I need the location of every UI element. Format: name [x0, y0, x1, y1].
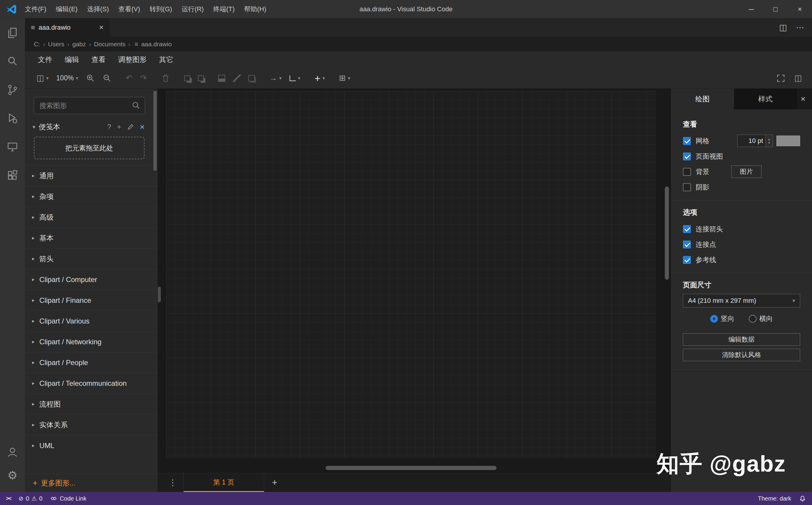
extensions-icon[interactable] — [6, 169, 19, 182]
canvas-page[interactable] — [166, 91, 656, 458]
guides-checkbox[interactable] — [683, 256, 691, 264]
tab-style[interactable]: 样式 — [734, 89, 797, 110]
landscape-radio[interactable] — [749, 315, 757, 323]
search-icon[interactable] — [6, 55, 19, 68]
drawio-menu-view[interactable]: 查看 — [91, 55, 106, 64]
theme-indicator[interactable]: Theme: dark — [758, 492, 791, 505]
source-control-icon[interactable] — [6, 83, 19, 97]
tab-close-icon[interactable]: × — [99, 23, 104, 32]
run-debug-icon[interactable] — [6, 112, 19, 125]
scratchpad-edit-icon[interactable] — [127, 123, 134, 131]
maximize-button[interactable]: □ — [763, 0, 788, 18]
grid-size-stepper[interactable]: ▴ ▾ — [766, 135, 773, 147]
paper-size-select[interactable]: A4 (210 mm x 297 mm) ▾ — [683, 294, 800, 308]
zoom-dropdown[interactable]: 100% ▾ — [52, 68, 82, 89]
breadcrumb-item-users[interactable]: Users — [48, 41, 65, 48]
menu-selection[interactable]: 选择(S) — [82, 0, 113, 18]
canvas-horizontal-scrollbar[interactable] — [326, 466, 496, 470]
redo-button[interactable]: ↷ — [136, 68, 151, 89]
breadcrumb-item-gabz[interactable]: gabz — [73, 41, 86, 48]
panel-collapse-handle[interactable] — [158, 287, 161, 302]
category-clipart-computer[interactable]: ▸Clipart / Computer — [25, 269, 157, 290]
category-arrows[interactable]: ▸箭头 — [25, 248, 157, 269]
to-front-button[interactable] — [181, 68, 194, 89]
menu-help[interactable]: 帮助(H) — [239, 0, 271, 18]
menu-run[interactable]: 运行(R) — [177, 0, 209, 18]
remote-explorer-icon[interactable] — [6, 140, 19, 153]
scratchpad-add-icon[interactable]: + — [117, 123, 121, 131]
portrait-radio[interactable] — [710, 315, 718, 323]
more-shapes-button[interactable]: + 更多图形... — [25, 474, 157, 492]
clear-default-style-button[interactable]: 清除默认风格 — [683, 349, 800, 361]
explorer-icon[interactable] — [6, 26, 19, 39]
code-link-item[interactable]: Code Link — [50, 492, 86, 505]
shapes-panel-scrollbar[interactable] — [153, 91, 157, 171]
close-button[interactable]: × — [788, 0, 812, 18]
breadcrumb-item-documents[interactable]: Documents — [94, 41, 125, 48]
split-editor-icon[interactable]: ◫ — [779, 22, 787, 32]
category-clipart-networking[interactable]: ▸Clipart / Networking — [25, 331, 157, 352]
problems-indicator[interactable]: ⊘ 0 ⚠ 0 — [18, 492, 42, 505]
shape-search-input[interactable] — [34, 97, 145, 114]
category-general[interactable]: ▸通用 — [25, 165, 157, 186]
account-icon[interactable] — [6, 446, 19, 459]
fullscreen-icon[interactable] — [776, 74, 785, 83]
scratchpad-close-icon[interactable]: × — [140, 123, 144, 132]
to-back-button[interactable] — [194, 68, 208, 89]
insert-button[interactable]: + ▾ — [311, 68, 329, 89]
editor-tab-aaa-drawio[interactable]: ≡ aaa.drawio × — [25, 18, 110, 37]
category-clipart-telecommunication[interactable]: ▸Clipart / Telecommunication — [25, 373, 157, 393]
notifications-button[interactable] — [799, 492, 806, 505]
zoom-out-button[interactable] — [99, 68, 115, 89]
zoom-in-button[interactable] — [82, 68, 99, 89]
delete-button[interactable] — [157, 68, 174, 89]
line-color-button[interactable] — [229, 68, 245, 89]
grid-checkbox[interactable] — [683, 137, 691, 145]
menu-edit[interactable]: 编辑(E) — [51, 0, 82, 18]
edit-data-button[interactable]: 编辑数据 — [683, 333, 800, 346]
menu-file[interactable]: 文件(F) — [20, 0, 51, 18]
undo-button[interactable]: ↶ — [122, 68, 136, 89]
landscape-option[interactable]: 横向 — [749, 314, 773, 323]
connection-button[interactable]: → ▾ — [265, 68, 285, 89]
menu-go[interactable]: 转到(G) — [145, 0, 177, 18]
scratchpad-help-icon[interactable]: ? — [107, 123, 111, 131]
pages-menu-button[interactable]: ⋮ — [162, 473, 184, 492]
waypoints-button[interactable]: ▾ — [285, 68, 304, 89]
drawio-canvas[interactable] — [158, 89, 671, 473]
menu-view[interactable]: 查看(V) — [114, 0, 145, 18]
category-clipart-people[interactable]: ▸Clipart / People — [25, 352, 157, 373]
settings-gear-icon[interactable]: ⚙ — [6, 469, 19, 482]
page-view-checkbox[interactable] — [683, 152, 691, 160]
background-image-button[interactable]: 图片 — [731, 165, 762, 178]
drawio-menu-arrange[interactable]: 调整图形 — [118, 55, 147, 64]
add-page-button[interactable]: + — [264, 473, 285, 492]
category-uml[interactable]: ▸UML — [25, 435, 157, 456]
scratchpad-drop-zone[interactable]: 把元素拖至此处 — [34, 137, 144, 159]
category-advanced[interactable]: ▸高级 — [25, 207, 157, 227]
fill-color-button[interactable] — [214, 68, 229, 89]
format-panel-toggle-icon[interactable]: ◫ — [794, 74, 802, 82]
grid-color-swatch[interactable] — [776, 136, 800, 146]
category-entity-relation[interactable]: ▸实体关系 — [25, 414, 157, 435]
connection-points-checkbox[interactable] — [683, 240, 691, 248]
grid-size-input[interactable]: 10 pt — [737, 135, 766, 147]
category-basic[interactable]: ▸基本 — [25, 227, 157, 248]
shadow-checkbox[interactable] — [683, 183, 691, 191]
more-actions-icon[interactable]: ⋯ — [796, 22, 804, 32]
page-tab-1[interactable]: 第 1 页 — [184, 473, 264, 492]
category-clipart-finance[interactable]: ▸Clipart / Finance — [25, 290, 157, 311]
drawio-menu-edit[interactable]: 编辑 — [65, 55, 79, 64]
background-checkbox[interactable] — [683, 168, 691, 176]
canvas-vertical-scrollbar[interactable] — [665, 186, 669, 280]
menu-terminal[interactable]: 终端(T) — [208, 0, 239, 18]
tab-diagram[interactable]: 绘图 — [671, 89, 734, 110]
remote-indicator[interactable]: >< — [6, 492, 11, 505]
breadcrumb-item-drive[interactable]: C: — [34, 41, 40, 48]
category-clipart-various[interactable]: ▸Clipart / Various — [25, 311, 157, 331]
scratchpad-header[interactable]: ▾ 便笺本 ? + × — [25, 118, 157, 136]
drawio-menu-file[interactable]: 文件 — [38, 55, 52, 64]
category-flowchart[interactable]: ▸流程图 — [25, 393, 157, 414]
format-panel-close-icon[interactable]: × — [801, 89, 812, 110]
drawio-menu-extras[interactable]: 其它 — [159, 55, 173, 64]
